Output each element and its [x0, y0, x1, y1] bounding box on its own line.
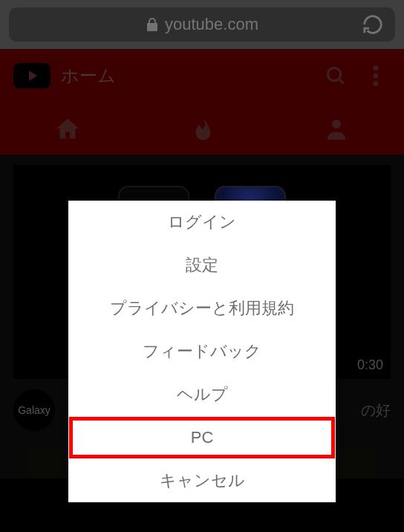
- svg-point-4: [374, 81, 379, 86]
- channel-avatar[interactable]: Galaxy: [13, 389, 55, 431]
- search-icon[interactable]: [321, 61, 351, 91]
- svg-point-5: [332, 120, 341, 129]
- menu-item-privacy-terms[interactable]: プライバシーと利用規約: [68, 287, 336, 330]
- menu-item-feedback[interactable]: フィードバック: [68, 330, 336, 373]
- lock-icon: [146, 17, 159, 32]
- svg-point-0: [328, 68, 340, 80]
- menu-item-login[interactable]: ログイン: [68, 201, 336, 244]
- page-title: ホーム: [61, 64, 310, 88]
- svg-point-2: [374, 65, 379, 71]
- reload-icon[interactable]: [361, 13, 385, 36]
- address-bar-domain: youtube.com: [165, 15, 258, 34]
- kebab-menu-icon[interactable]: [361, 61, 391, 91]
- browser-address-bar-container: youtube.com: [0, 0, 404, 49]
- tab-bar: [0, 103, 404, 155]
- tab-trending[interactable]: [180, 106, 224, 151]
- tab-home[interactable]: [45, 106, 90, 151]
- svg-line-1: [339, 79, 343, 83]
- svg-point-3: [374, 74, 379, 79]
- tab-account[interactable]: [314, 106, 359, 151]
- youtube-logo-icon[interactable]: [13, 63, 50, 88]
- address-bar[interactable]: youtube.com: [9, 7, 395, 42]
- video-duration-badge: 0:30: [357, 357, 383, 373]
- menu-item-cancel[interactable]: キャンセル: [68, 459, 336, 502]
- menu-item-help[interactable]: ヘルプ: [68, 373, 336, 416]
- menu-item-settings[interactable]: 設定: [68, 244, 336, 287]
- video-title-fragment: の好: [361, 400, 391, 421]
- menu-item-desktop[interactable]: PC: [68, 416, 336, 459]
- youtube-header: ホーム: [0, 49, 404, 155]
- overflow-menu: ログイン 設定 プライバシーと利用規約 フィードバック ヘルプ PC キャンセル: [68, 201, 336, 502]
